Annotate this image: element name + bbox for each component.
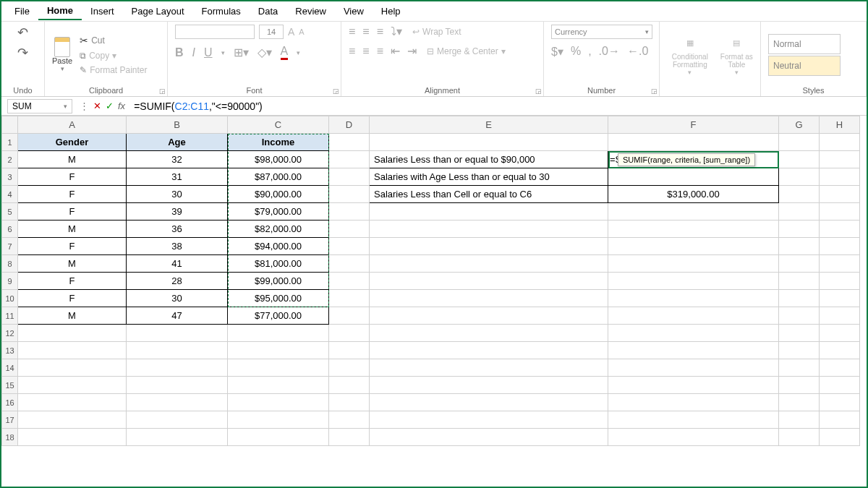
menu-help[interactable]: Help	[373, 3, 409, 20]
align-center-icon[interactable]: ≡	[362, 45, 369, 58]
cell[interactable]	[608, 238, 779, 255]
cell[interactable]	[127, 359, 228, 377]
cell[interactable]	[608, 273, 779, 290]
wrap-text-button[interactable]: ↩ Wrap Text	[409, 25, 464, 38]
cell[interactable]	[820, 238, 860, 255]
cell[interactable]	[228, 394, 329, 411]
cell[interactable]	[329, 411, 370, 429]
menu-file[interactable]: File	[6, 3, 38, 20]
cell[interactable]	[329, 429, 370, 446]
cell[interactable]: $81,000.00	[228, 255, 329, 273]
cell[interactable]: Salaries Less than or equal to $90,000	[370, 151, 608, 168]
cell[interactable]	[370, 377, 608, 394]
worksheet-grid[interactable]: A B C D E F G H 1 Gender Age Income 2 M …	[1, 116, 867, 446]
cell[interactable]	[820, 429, 860, 446]
align-right-icon[interactable]: ≡	[377, 45, 383, 58]
cell[interactable]	[370, 307, 608, 325]
align-bottom-icon[interactable]: ≡	[377, 25, 383, 38]
cell[interactable]	[779, 307, 820, 325]
increase-decimal-icon[interactable]: .0→	[599, 45, 620, 59]
cell[interactable]	[329, 186, 370, 203]
undo-icon[interactable]	[17, 25, 28, 40]
cell[interactable]	[329, 394, 370, 411]
cell[interactable]: Salaries Less than Cell or equal to C6	[370, 186, 608, 203]
cell[interactable]	[18, 359, 127, 377]
cell[interactable]	[608, 394, 779, 411]
fill-color-button[interactable]: ◇▾	[258, 46, 272, 59]
border-button[interactable]: ⊞▾	[234, 46, 249, 59]
cell[interactable]	[779, 342, 820, 359]
cell[interactable]	[370, 255, 608, 273]
cell[interactable]	[370, 238, 608, 255]
cell[interactable]: F	[18, 238, 127, 255]
font-family-select[interactable]	[175, 25, 255, 39]
indent-decrease-icon[interactable]: ⇤	[391, 44, 400, 58]
cancel-formula-icon[interactable]: ✕	[93, 100, 101, 111]
cell[interactable]: F	[18, 273, 127, 290]
cell[interactable]	[329, 221, 370, 238]
indent-increase-icon[interactable]: ⇥	[407, 44, 417, 58]
col-header-e[interactable]: E	[370, 116, 608, 134]
row-header[interactable]: 3	[2, 168, 18, 186]
cell[interactable]: 41	[127, 255, 228, 273]
underline-button[interactable]: U	[204, 46, 213, 59]
col-header-c[interactable]: C	[228, 116, 329, 134]
cell[interactable]	[329, 238, 370, 255]
cell[interactable]	[329, 359, 370, 377]
cell[interactable]: 47	[127, 307, 228, 325]
cell[interactable]	[608, 325, 779, 342]
cell[interactable]: 30	[127, 186, 228, 203]
orientation-icon[interactable]: ⤵▾	[391, 25, 402, 38]
cell[interactable]	[820, 290, 860, 307]
cell[interactable]: Salaries with Age Less than or equal to …	[370, 168, 608, 186]
cell[interactable]	[228, 325, 329, 342]
row-header[interactable]: 18	[2, 429, 18, 446]
cell[interactable]	[228, 377, 329, 394]
cell[interactable]	[608, 359, 779, 377]
cell[interactable]	[608, 168, 779, 186]
cell[interactable]	[820, 151, 860, 168]
cell[interactable]	[779, 411, 820, 429]
row-header[interactable]: 9	[2, 273, 18, 290]
number-format-select[interactable]: Currency▾	[551, 25, 652, 39]
cell[interactable]	[779, 394, 820, 411]
cell[interactable]	[820, 359, 860, 377]
row-header[interactable]: 5	[2, 203, 18, 221]
cell[interactable]	[608, 377, 779, 394]
cell[interactable]	[820, 342, 860, 359]
row-header[interactable]: 6	[2, 221, 18, 238]
row-header[interactable]: 8	[2, 255, 18, 273]
cell[interactable]	[329, 255, 370, 273]
clipboard-dialog-icon[interactable]: ◲	[159, 87, 166, 95]
name-box[interactable]: SUM▾	[7, 99, 72, 114]
cell[interactable]	[820, 255, 860, 273]
bold-button[interactable]: B	[175, 46, 184, 59]
cell[interactable]	[228, 429, 329, 446]
cell[interactable]: 32	[127, 151, 228, 168]
row-header[interactable]: 16	[2, 394, 18, 411]
cell[interactable]: $82,000.00	[228, 221, 329, 238]
menu-page-layout[interactable]: Page Layout	[123, 3, 193, 20]
cell[interactable]	[820, 134, 860, 151]
cell[interactable]	[820, 186, 860, 203]
cell[interactable]	[779, 359, 820, 377]
cell[interactable]: M	[18, 255, 127, 273]
shrink-font-icon[interactable]: A	[299, 27, 304, 36]
cell[interactable]	[779, 377, 820, 394]
merge-center-button[interactable]: ⊟ Merge & Center ▾	[424, 45, 509, 58]
align-left-icon[interactable]: ≡	[349, 45, 355, 58]
cell[interactable]: $79,000.00	[228, 203, 329, 221]
cell[interactable]	[228, 342, 329, 359]
col-header-a[interactable]: A	[18, 116, 127, 134]
italic-button[interactable]: I	[192, 46, 195, 59]
cell[interactable]	[608, 290, 779, 307]
font-dialog-icon[interactable]: ◲	[333, 87, 339, 95]
paste-button[interactable]: Paste ▾	[52, 38, 72, 72]
cell[interactable]	[370, 273, 608, 290]
cell[interactable]	[18, 377, 127, 394]
font-size-select[interactable]: 14	[259, 25, 284, 39]
cell[interactable]	[820, 377, 860, 394]
cell[interactable]: F	[18, 168, 127, 186]
col-header-f[interactable]: F	[608, 116, 779, 134]
cell[interactable]: Age	[127, 134, 228, 151]
